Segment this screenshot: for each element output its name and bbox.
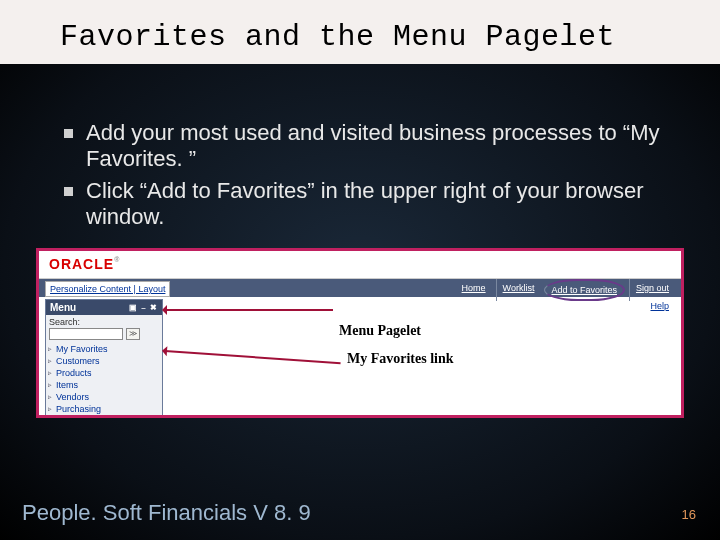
list-item: Add your most used and visited business …: [56, 120, 680, 172]
sidebar-item-customers[interactable]: Customers: [48, 355, 160, 367]
search-go-icon[interactable]: ≫: [126, 328, 140, 340]
menu-controls-icon[interactable]: ▣ – ✖: [129, 303, 158, 312]
callout-my-favorites: My Favorites link: [347, 351, 454, 367]
sidebar-item-products[interactable]: Products: [48, 367, 160, 379]
sidebar-item-vendors[interactable]: Vendors: [48, 391, 160, 403]
arrow-icon: [165, 309, 333, 311]
menu-search: Search: ≫: [46, 315, 162, 342]
menu-header: Menu ▣ – ✖: [46, 300, 162, 315]
oracle-bar: ORACLE®: [39, 251, 681, 279]
oracle-logo: ORACLE®: [49, 256, 120, 272]
arrow-icon: [165, 350, 341, 364]
sidebar-item-items[interactable]: Items: [48, 379, 160, 391]
slide-title: Favorites and the Menu Pagelet: [0, 4, 720, 60]
menu-items: My Favorites Customers Products Items Ve…: [46, 342, 162, 418]
sidebar-item-purchasing[interactable]: Purchasing: [48, 403, 160, 415]
help-link[interactable]: Help: [650, 301, 669, 311]
worklist-link[interactable]: Worklist: [496, 279, 541, 301]
sidebar-item-my-favorites[interactable]: My Favorites: [48, 343, 160, 355]
footer-text: People. Soft Financials V 8. 9: [22, 500, 311, 526]
search-label: Search:: [49, 317, 159, 327]
add-to-favorites-link[interactable]: Add to Favorites: [544, 279, 625, 301]
personalize-links[interactable]: Personalize Content | Layout: [45, 281, 170, 297]
header-right-links: Home Worklist Add to Favorites Sign out: [456, 279, 675, 301]
slide-number: 16: [682, 507, 696, 522]
callout-menu-pagelet: Menu Pagelet: [339, 323, 421, 339]
list-item: Click “Add to Favorites” in the upper ri…: [56, 178, 680, 230]
signout-link[interactable]: Sign out: [629, 279, 675, 301]
home-link[interactable]: Home: [456, 279, 492, 301]
bullet-list: Add your most used and visited business …: [56, 120, 680, 230]
sidebar-item-eprocurement[interactable]: eProcurement: [48, 415, 160, 418]
header-strip: Personalize Content | Layout Home Workli…: [39, 279, 681, 297]
menu-title: Menu: [50, 302, 76, 313]
menu-pagelet: Menu ▣ – ✖ Search: ≫ My Favorites Custom…: [45, 299, 163, 418]
embedded-screenshot: ORACLE® Personalize Content | Layout Hom…: [36, 248, 684, 418]
search-input[interactable]: [49, 328, 123, 340]
